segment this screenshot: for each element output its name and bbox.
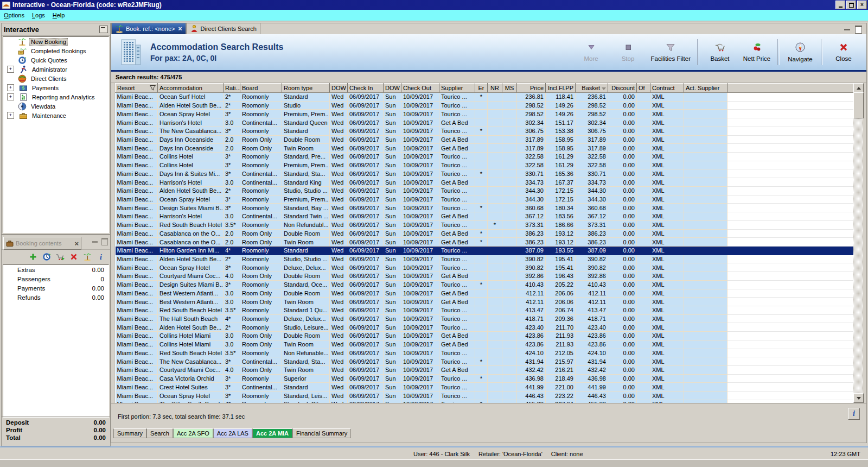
column-header-basket[interactable]: Basket <box>576 84 608 93</box>
table-row[interactable]: Miami Beac...Courtyard Miami Coc...4.0Ro… <box>116 366 854 375</box>
main-panel-maximize-icon[interactable] <box>855 26 862 34</box>
table-row-selected[interactable]: Miami Beac...Hilton Garden Inn Mi...4*Ro… <box>116 246 854 255</box>
table-row[interactable]: Miami Beac...Collins Hotel3*RoomonlyStan… <box>116 153 854 161</box>
bottom-tab-financial-summary[interactable]: Financial Summary <box>292 428 351 438</box>
palm-icon[interactable] <box>82 252 92 262</box>
table-row[interactable]: Miami Beac...Alden Hotel South Be...2*Ro… <box>116 323 854 332</box>
table-row[interactable]: Miami Beac...Alden Hotel South Be...2*Ro… <box>116 101 854 110</box>
booking-contents-row[interactable]: Passengers0 <box>3 274 108 283</box>
sidebar-item-quick-quotes[interactable]: Quick Quotes <box>3 55 108 65</box>
table-row[interactable]: Miami Beac...Ocean Spray Hotel3*Roomonly… <box>116 195 854 204</box>
column-header-dow[interactable]: DOW <box>330 84 348 93</box>
column-header-nr[interactable]: NR <box>488 84 502 93</box>
tab-direct-clients-search[interactable]: Direct Clients Search <box>186 23 260 34</box>
scroll-down-button[interactable] <box>853 393 864 403</box>
tree-expand-icon[interactable]: + <box>7 84 14 91</box>
navigate-button[interactable]: Navigate <box>782 37 819 67</box>
column-header-board[interactable]: Board <box>240 84 282 93</box>
column-header-resort[interactable]: Resort <box>116 84 158 93</box>
main-panel-minimize-icon[interactable] <box>844 29 850 30</box>
filter-funnel-icon[interactable] <box>150 85 156 92</box>
sidebar-item-maintenance[interactable]: +Maintenance <box>3 111 108 120</box>
tree-expand-icon[interactable]: + <box>7 66 14 73</box>
scroll-up-button[interactable] <box>853 83 864 93</box>
column-header-rati-[interactable]: Rati... <box>224 84 240 93</box>
column-header-contract[interactable]: Contract <box>650 84 684 93</box>
table-row[interactable]: Miami Beac...Collins Hotel Miami3.0Room … <box>116 340 854 349</box>
panel-collapse-button[interactable] <box>99 26 108 33</box>
booking-contents-row[interactable]: Refunds0.00 <box>3 293 108 302</box>
tree-expand-icon[interactable]: + <box>7 112 14 119</box>
sidebar-item-payments[interactable]: +$Payments <box>3 83 108 92</box>
table-row[interactable]: Miami Beac...Alden Hotel South Be...2*Ro… <box>116 255 854 263</box>
column-header-supplier[interactable]: Supplier <box>439 84 475 93</box>
table-row[interactable]: Miami Beac...Design Suites Miami B...3*R… <box>116 280 854 289</box>
column-header-of[interactable]: Of <box>637 84 650 93</box>
minimize-button[interactable] <box>835 1 845 9</box>
booking-contents-row[interactable]: Payments0.00 <box>3 283 108 293</box>
column-header-act-supplier[interactable]: Act. Supplier <box>684 84 727 93</box>
tab-close-icon[interactable]: × <box>178 25 182 33</box>
sidebar-item-reporting-and-analytics[interactable]: +Reporting and Analytics <box>3 92 108 102</box>
booking-panel-maximize-icon[interactable] <box>101 238 108 245</box>
table-row[interactable]: Miami Beac...Courtyard Miami Coc...4.0Ro… <box>116 272 854 281</box>
table-row[interactable]: Miami Beac...Days Inn & Suites Mi...3*Co… <box>116 169 854 178</box>
info-icon[interactable]: i <box>96 252 106 262</box>
table-row[interactable]: Miami Beac...Best Western Atlanti...3.0R… <box>116 298 854 306</box>
clock-globe-icon[interactable] <box>42 252 52 262</box>
sidebar-item-direct-clients[interactable]: Direct Clients <box>3 74 108 83</box>
table-row[interactable]: Miami Beac...Ocean Spray Hotel3*Roomonly… <box>116 263 854 272</box>
column-header-dow[interactable]: DOW <box>384 84 401 93</box>
table-row[interactable]: Miami Beac...Casa Victoria Orchid3*Roomo… <box>116 374 854 383</box>
close-button[interactable]: Close <box>825 37 862 67</box>
info-button[interactable]: i <box>848 408 860 420</box>
table-row[interactable]: Miami Beac...The New Casablanca...3*Cont… <box>116 357 854 366</box>
table-row[interactable]: Miami Beac...Collins Hotel Miami3.0Room … <box>116 332 854 340</box>
basket-button[interactable]: Basket <box>701 37 738 67</box>
sidebar-item-completed-bookings[interactable]: Completed Bookings <box>3 46 108 55</box>
close-button[interactable]: × <box>857 1 867 9</box>
column-header-discount[interactable]: Discount <box>608 84 637 93</box>
scrollbar-thumb[interactable] <box>853 92 864 118</box>
table-row[interactable]: Miami Beac...Red South Beach Hotel3.5*Ro… <box>116 220 854 229</box>
table-row[interactable]: Miami Beac...Ocean Spray Hotel3*Roomonly… <box>116 110 854 118</box>
booking-contents-tab[interactable]: Booking contents × <box>3 237 81 250</box>
add-icon[interactable] <box>28 252 38 262</box>
column-header-check-out[interactable]: Check Out <box>401 84 439 93</box>
bottom-tab-acc-2a-sfo[interactable]: Acc 2A SFO <box>173 428 213 438</box>
column-header-price[interactable]: Price <box>517 84 546 93</box>
table-row[interactable]: Miami Beac...Days Inn Oceanside2.0Room O… <box>116 144 854 153</box>
bottom-tab-acc-2a-mia[interactable]: Acc 2A MIA <box>252 428 292 438</box>
cart-go-icon[interactable] <box>55 252 65 262</box>
menu-options[interactable]: Options <box>0 11 28 20</box>
sidebar-item-new-booking[interactable]: New Booking <box>3 37 108 46</box>
column-header-check-in[interactable]: Check In <box>348 84 384 93</box>
delete-icon[interactable] <box>69 252 79 262</box>
column-header-er[interactable]: Er <box>475 84 488 93</box>
tree-expand-icon[interactable]: + <box>7 93 14 100</box>
table-row[interactable]: Miami Beac...Red South Beach Hotel3.5*Ro… <box>116 349 854 357</box>
column-header-room-type[interactable]: Room type <box>282 84 330 93</box>
table-row[interactable]: Miami Beac...Harrison's Hotel3.0Continen… <box>116 178 854 187</box>
bottom-tab-summary[interactable]: Summary <box>113 428 146 438</box>
column-header-ms[interactable]: MS <box>502 84 517 93</box>
restore-button[interactable] <box>846 1 856 9</box>
booking-contents-row[interactable]: Extras0.00 <box>3 265 108 274</box>
table-row[interactable]: Miami Beac...Alden Hotel South Be...2*Ro… <box>116 186 854 195</box>
table-row[interactable]: Miami Beac...The New Casablanca...3*Room… <box>116 127 854 135</box>
table-row[interactable]: Miami Beac...Casablanca on the O...2.0Ro… <box>116 238 854 247</box>
table-row[interactable]: Miami Beac...Red South Beach Hotel3.5*Ro… <box>116 306 854 314</box>
table-row[interactable]: Miami Beac...Harrison's Hotel3.0Continen… <box>116 118 854 127</box>
vertical-scrollbar[interactable] <box>853 83 863 403</box>
menu-logs[interactable]: Logs <box>28 11 49 20</box>
table-row[interactable]: Miami Beac...Best Western Atlanti...3.0R… <box>116 289 854 298</box>
booking-panel-minimize-icon[interactable] <box>92 241 98 243</box>
table-row[interactable]: Miami Beac...Casablanca on the O...2.0Ro… <box>116 229 854 238</box>
tab-book-ref-none-[interactable]: Book. ref.: <none>× <box>111 23 186 34</box>
booking-contents-close-icon[interactable]: × <box>74 239 79 248</box>
facilities-filter-button[interactable]: Facilities Filter <box>647 37 695 67</box>
bottom-tab-acc-2a-las[interactable]: Acc 2A LAS <box>213 428 252 438</box>
table-row[interactable]: Miami Beac...Crest Hotel Suites3*Contine… <box>116 383 854 392</box>
table-row[interactable]: Miami Beac...The Hall South Beach4*Roomo… <box>116 314 854 323</box>
table-row[interactable]: Miami Beac...Ocean Spray Hotel3*Roomonly… <box>116 392 854 400</box>
